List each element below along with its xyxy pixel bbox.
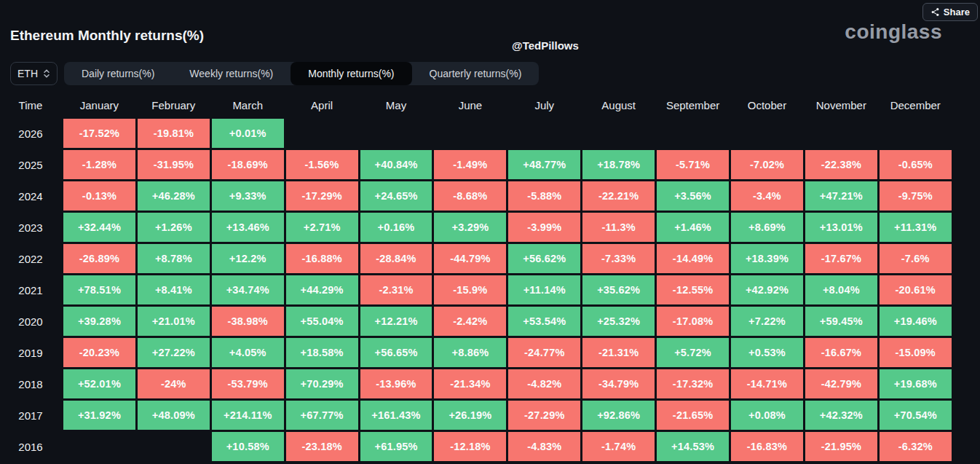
return-cell: -7.6% <box>880 244 952 273</box>
return-cell: -16.67% <box>805 338 877 367</box>
column-header-month: November <box>805 93 877 117</box>
return-cell: +14.53% <box>657 432 729 461</box>
share-button-label: Share <box>944 7 970 17</box>
tab-monthly-returns[interactable]: Monthly returns(%) <box>291 62 411 85</box>
return-cell: -23.18% <box>286 432 358 461</box>
return-cell: -16.83% <box>731 432 803 461</box>
return-cell: -17.32% <box>657 369 729 398</box>
return-cell: -12.18% <box>434 432 506 461</box>
return-cell: -1.49% <box>434 150 506 179</box>
column-header-month: December <box>880 93 952 117</box>
return-cell: +67.77% <box>286 401 358 430</box>
return-cell: +44.29% <box>286 275 358 304</box>
return-cell <box>63 432 135 461</box>
return-cell: -2.31% <box>360 275 432 304</box>
page-title: Ethereum Monthly returns(%) <box>10 28 204 44</box>
column-header-month: May <box>360 93 432 117</box>
share-button[interactable]: Share <box>922 3 978 21</box>
return-cell: -27.29% <box>508 401 580 430</box>
return-cell: +55.04% <box>286 307 358 336</box>
return-cell: -15.9% <box>434 275 506 304</box>
return-cell: +47.21% <box>805 181 877 211</box>
row-year-label: 2019 <box>0 338 61 367</box>
return-cell: +32.44% <box>63 213 135 242</box>
tab-quarterly-returns[interactable]: Quarterly returns(%) <box>412 62 540 85</box>
return-cell: -21.95% <box>805 432 877 461</box>
row-year-label: 2017 <box>0 401 61 430</box>
return-cell: +0.08% <box>731 401 803 430</box>
return-cell: -17.52% <box>63 119 135 148</box>
return-cell: +27.22% <box>138 338 210 367</box>
return-cell: -21.65% <box>657 401 729 430</box>
row-year-label: 2016 <box>0 432 61 461</box>
return-cell <box>731 119 803 148</box>
return-cell: +4.05% <box>212 338 284 367</box>
return-cell: -12.55% <box>657 275 729 304</box>
return-cell: +26.19% <box>434 401 506 430</box>
return-cell: +5.72% <box>657 338 729 367</box>
return-cell: +59.45% <box>805 307 877 336</box>
return-cell: -4.83% <box>508 432 580 461</box>
return-cell: -11.3% <box>582 213 655 242</box>
return-cell: +13.01% <box>805 213 877 242</box>
return-cell: -13.96% <box>360 369 432 398</box>
column-header-month: August <box>582 93 655 117</box>
return-cell: +1.46% <box>657 213 729 242</box>
return-cell: +1.26% <box>138 213 210 242</box>
return-cell: +52.01% <box>63 369 135 398</box>
return-cell: -31.95% <box>138 150 210 179</box>
return-cell: +19.68% <box>880 369 952 398</box>
return-cell: -28.84% <box>360 244 432 273</box>
return-cell <box>138 432 210 461</box>
symbol-select[interactable]: ETH <box>10 62 58 85</box>
return-cell: -9.75% <box>880 181 952 211</box>
return-cell: +8.04% <box>805 275 877 304</box>
return-cell: -8.68% <box>434 181 506 211</box>
return-cell: +0.01% <box>212 119 284 148</box>
return-cell: -15.09% <box>880 338 952 367</box>
return-cell: +53.54% <box>508 307 580 336</box>
return-cell: +10.58% <box>212 432 284 461</box>
return-cell: -0.65% <box>880 150 952 179</box>
return-cell: -1.56% <box>286 150 358 179</box>
return-cell: +11.14% <box>508 275 580 304</box>
return-cell: +18.58% <box>286 338 358 367</box>
column-header-month: September <box>657 93 729 117</box>
return-cell: +35.62% <box>582 275 655 304</box>
return-cell: -22.21% <box>582 181 655 211</box>
column-header-month: March <box>212 93 284 117</box>
return-cell: -44.79% <box>434 244 506 273</box>
return-cell: +48.09% <box>138 401 210 430</box>
return-cell: +70.54% <box>880 401 952 430</box>
return-cell: +2.71% <box>286 213 358 242</box>
return-cell: +12.2% <box>212 244 284 273</box>
return-cell: -3.99% <box>508 213 580 242</box>
return-cell: -0.13% <box>63 181 135 211</box>
monthly-returns-heatmap: TimeJanuaryFebruaryMarchAprilMayJuneJuly… <box>0 93 952 461</box>
row-year-label: 2022 <box>0 244 61 273</box>
return-cell: +18.39% <box>731 244 803 273</box>
return-cell: -5.71% <box>657 150 729 179</box>
share-icon <box>930 7 940 17</box>
column-header-month: July <box>508 93 580 117</box>
return-cell: +42.32% <box>805 401 877 430</box>
return-cell: -1.28% <box>63 150 135 179</box>
return-cell <box>582 119 655 148</box>
row-year-label: 2020 <box>0 307 61 336</box>
return-cell: +39.28% <box>63 307 135 336</box>
controls-bar: ETH Daily returns(%) Weekly returns(%) M… <box>10 62 539 85</box>
column-header-month: October <box>731 93 803 117</box>
coinglass-logo: coinglass <box>845 20 942 44</box>
return-cell: +56.65% <box>360 338 432 367</box>
return-cell <box>360 119 432 148</box>
return-cell: -2.42% <box>434 307 506 336</box>
return-cell: +48.77% <box>508 150 580 179</box>
row-year-label: 2024 <box>0 181 61 211</box>
return-cell: -17.29% <box>286 181 358 211</box>
return-cell: +7.22% <box>731 307 803 336</box>
tab-daily-returns[interactable]: Daily returns(%) <box>64 62 172 85</box>
tab-weekly-returns[interactable]: Weekly returns(%) <box>172 62 291 85</box>
row-year-label: 2018 <box>0 369 61 398</box>
return-cell: -6.32% <box>880 432 952 461</box>
return-cell <box>880 119 952 148</box>
